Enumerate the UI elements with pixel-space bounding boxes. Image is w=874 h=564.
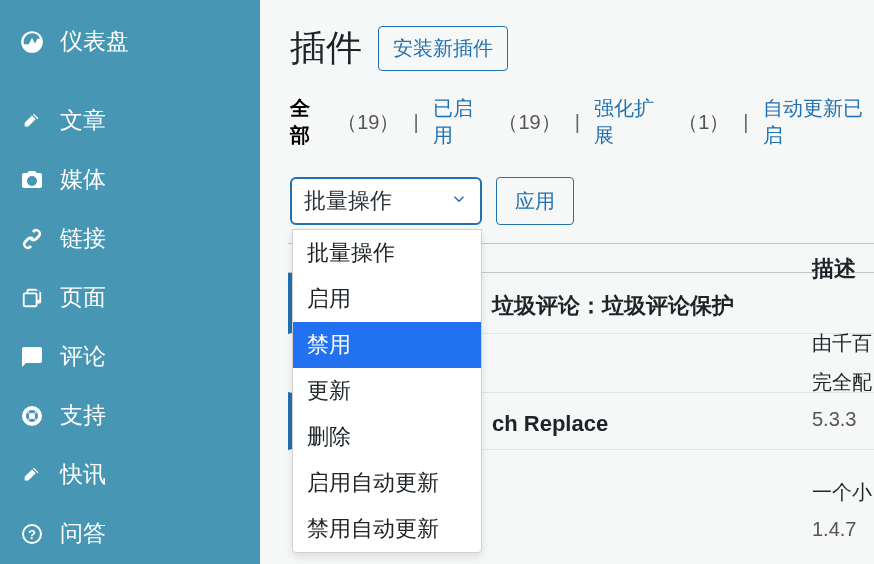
sidebar-item-posts[interactable]: 文章 bbox=[0, 91, 260, 150]
chevron-down-icon bbox=[450, 188, 468, 214]
bulk-option-bulk[interactable]: 批量操作 bbox=[293, 230, 481, 276]
bulk-option-enable-autoupdate[interactable]: 启用自动更新 bbox=[293, 460, 481, 506]
filter-active[interactable]: 已启用 bbox=[433, 95, 489, 149]
sidebar-label: 快讯 bbox=[60, 459, 106, 490]
bulk-selected-label: 批量操作 bbox=[304, 186, 392, 216]
plugin-version: 1.4.7 bbox=[812, 518, 874, 541]
sidebar-label: 文章 bbox=[60, 105, 106, 136]
sidebar-label: 媒体 bbox=[60, 164, 106, 195]
filter-enhanced-count: （1） bbox=[678, 109, 729, 136]
sidebar-label: 支持 bbox=[60, 400, 106, 431]
lifebuoy-icon bbox=[18, 402, 46, 430]
sidebar-label: 仪表盘 bbox=[60, 26, 129, 57]
sidebar-item-dashboard[interactable]: 仪表盘 bbox=[0, 12, 260, 71]
plugin-version: 5.3.3 bbox=[812, 408, 874, 431]
sidebar-item-pages[interactable]: 页面 bbox=[0, 268, 260, 327]
qa-icon: ? bbox=[18, 520, 46, 548]
bulk-action-select[interactable]: 批量操作 bbox=[290, 177, 482, 225]
bulk-option-disable[interactable]: 禁用 bbox=[293, 322, 481, 368]
sidebar-item-links[interactable]: 链接 bbox=[0, 209, 260, 268]
bulk-option-disable-autoupdate[interactable]: 禁用自动更新 bbox=[293, 506, 481, 552]
filter-enhanced[interactable]: 强化扩展 bbox=[594, 95, 668, 149]
link-icon bbox=[18, 225, 46, 253]
sidebar-item-news[interactable]: 快讯 bbox=[0, 445, 260, 504]
sidebar-label: 问答 bbox=[60, 518, 106, 549]
plugin-desc: 一个小 bbox=[812, 479, 874, 506]
apply-button[interactable]: 应用 bbox=[496, 177, 574, 225]
bulk-option-enable[interactable]: 启用 bbox=[293, 276, 481, 322]
filter-autoupdate[interactable]: 自动更新已启 bbox=[763, 95, 875, 149]
desc-header: 描述 bbox=[812, 254, 874, 284]
filter-active-count: （19） bbox=[498, 109, 560, 136]
sidebar-item-qa[interactable]: ? 问答 bbox=[0, 504, 260, 563]
sidebar-label: 页面 bbox=[60, 282, 106, 313]
plugin-desc2: 完全配 bbox=[812, 369, 874, 396]
sidebar-item-media[interactable]: 媒体 bbox=[0, 150, 260, 209]
camera-icon bbox=[18, 166, 46, 194]
bulk-action-dropdown: 批量操作 启用 禁用 更新 删除 启用自动更新 禁用自动更新 bbox=[292, 229, 482, 553]
filter-all-count: （19） bbox=[337, 109, 399, 136]
sidebar-item-comments[interactable]: 评论 bbox=[0, 327, 260, 386]
bulk-option-delete[interactable]: 删除 bbox=[293, 414, 481, 460]
pages-icon bbox=[18, 284, 46, 312]
install-plugin-button[interactable]: 安装新插件 bbox=[378, 26, 508, 71]
separator: | bbox=[409, 111, 422, 134]
plugin-desc: 由千百 bbox=[812, 330, 874, 357]
sidebar-item-support[interactable]: 支持 bbox=[0, 386, 260, 445]
sidebar-label: 链接 bbox=[60, 223, 106, 254]
description-column: 描述 由千百 完全配 5.3.3 一个小 1.4.7 bbox=[804, 254, 874, 541]
bulk-option-update[interactable]: 更新 bbox=[293, 368, 481, 414]
pin-icon bbox=[18, 107, 46, 135]
sidebar-label: 评论 bbox=[60, 341, 106, 372]
dashboard-icon bbox=[18, 28, 46, 56]
separator: | bbox=[571, 111, 584, 134]
svg-text:?: ? bbox=[28, 527, 36, 542]
separator: | bbox=[739, 111, 752, 134]
chat-icon bbox=[18, 343, 46, 371]
filter-bar: 全部（19） | 已启用（19） | 强化扩展（1） | 自动更新已启 bbox=[290, 95, 874, 149]
page-title: 插件 bbox=[290, 24, 362, 73]
filter-all[interactable]: 全部 bbox=[290, 95, 327, 149]
pin-icon bbox=[18, 461, 46, 489]
